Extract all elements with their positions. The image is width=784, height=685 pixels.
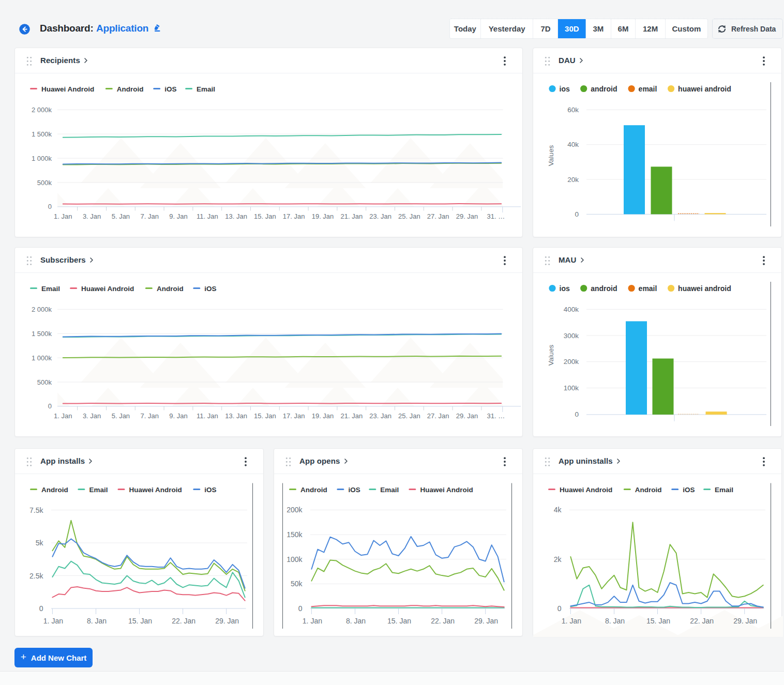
svg-text:iOS: iOS [204, 285, 216, 293]
svg-text:100k: 100k [564, 384, 579, 392]
svg-text:0: 0 [557, 604, 562, 613]
svg-text:2k: 2k [554, 555, 562, 564]
svg-text:5. Jan: 5. Jan [112, 212, 130, 220]
svg-text:0: 0 [48, 402, 52, 410]
svg-text:27. Jan: 27. Jan [427, 412, 449, 420]
svg-text:7. Jan: 7. Jan [140, 212, 158, 220]
svg-text:22. Jan: 22. Jan [172, 617, 195, 625]
svg-text:2 000k: 2 000k [32, 106, 52, 114]
svg-text:Android: Android [157, 285, 184, 293]
svg-text:Android: Android [117, 85, 144, 93]
svg-text:0: 0 [575, 410, 579, 418]
svg-text:Email: Email [41, 285, 60, 293]
svg-text:13. Jan: 13. Jan [225, 212, 247, 220]
svg-text:Email: Email [197, 85, 215, 93]
svg-text:0: 0 [48, 203, 52, 210]
svg-text:Android: Android [300, 486, 327, 494]
svg-text:19. Jan: 19. Jan [312, 212, 334, 220]
svg-text:13. Jan: 13. Jan [225, 412, 247, 420]
svg-text:0: 0 [39, 604, 43, 613]
svg-text:8. Jan: 8. Jan [605, 617, 625, 625]
svg-text:31. …: 31. … [487, 212, 505, 220]
svg-text:60k: 60k [567, 106, 579, 114]
svg-text:Android: Android [635, 486, 662, 494]
svg-text:15. Jan: 15. Jan [254, 212, 276, 220]
svg-text:9. Jan: 9. Jan [169, 412, 187, 420]
svg-text:1 500k: 1 500k [32, 330, 52, 338]
svg-text:7. Jan: 7. Jan [140, 412, 158, 420]
svg-text:400k: 400k [564, 306, 579, 313]
svg-text:huawei android: huawei android [678, 85, 731, 93]
svg-text:150k: 150k [287, 530, 303, 539]
svg-text:0: 0 [575, 210, 579, 218]
svg-text:29. Jan: 29. Jan [733, 617, 757, 625]
svg-text:email: email [639, 85, 657, 93]
svg-text:Huawei Android: Huawei Android [81, 285, 134, 293]
svg-text:7.5k: 7.5k [29, 506, 43, 514]
svg-text:15. Jan: 15. Jan [254, 412, 276, 420]
svg-text:29. Jan: 29. Jan [215, 617, 239, 625]
svg-text:1 000k: 1 000k [32, 155, 52, 162]
svg-text:2.5k: 2.5k [29, 572, 43, 580]
svg-text:31. …: 31. … [487, 412, 505, 420]
svg-text:15. Jan: 15. Jan [646, 617, 670, 625]
svg-text:21. Jan: 21. Jan [340, 212, 363, 220]
svg-text:50k: 50k [291, 580, 303, 588]
svg-text:2 000k: 2 000k [32, 306, 52, 313]
svg-text:3. Jan: 3. Jan [83, 212, 101, 220]
svg-text:17. Jan: 17. Jan [283, 412, 305, 420]
svg-text:23. Jan: 23. Jan [369, 212, 391, 220]
svg-text:Values: Values [547, 345, 555, 366]
svg-text:11. Jan: 11. Jan [197, 412, 218, 420]
svg-text:15. Jan: 15. Jan [128, 617, 152, 625]
svg-text:3. Jan: 3. Jan [83, 412, 101, 420]
svg-text:300k: 300k [564, 332, 579, 340]
svg-text:25. Jan: 25. Jan [398, 412, 420, 420]
svg-text:1 000k: 1 000k [32, 354, 52, 362]
svg-text:11. Jan: 11. Jan [197, 212, 218, 220]
svg-text:5. Jan: 5. Jan [112, 412, 130, 420]
svg-text:1 500k: 1 500k [32, 130, 52, 138]
svg-text:40k: 40k [567, 141, 579, 148]
svg-text:1. Jan: 1. Jan [562, 617, 581, 625]
svg-text:iOS: iOS [204, 486, 216, 494]
svg-text:17. Jan: 17. Jan [283, 212, 305, 220]
svg-text:29. Jan: 29. Jan [456, 212, 478, 220]
svg-text:22. Jan: 22. Jan [690, 617, 714, 625]
svg-text:19. Jan: 19. Jan [312, 412, 334, 420]
svg-text:android: android [591, 85, 617, 93]
svg-text:Huawei Android: Huawei Android [41, 85, 94, 93]
svg-text:8. Jan: 8. Jan [87, 617, 107, 625]
svg-text:1. Jan: 1. Jan [54, 212, 72, 220]
svg-text:iOS: iOS [683, 486, 695, 494]
svg-text:4k: 4k [554, 506, 562, 514]
svg-text:ios: ios [560, 284, 570, 293]
svg-text:Huawei Android: Huawei Android [560, 486, 612, 494]
svg-text:Email: Email [380, 486, 399, 494]
svg-text:1. Jan: 1. Jan [303, 617, 322, 625]
svg-text:200k: 200k [287, 506, 303, 514]
svg-text:huawei android: huawei android [678, 284, 731, 293]
svg-text:21. Jan: 21. Jan [340, 412, 363, 420]
svg-text:1. Jan: 1. Jan [43, 617, 63, 625]
svg-text:Values: Values [547, 145, 555, 166]
svg-text:100k: 100k [287, 555, 303, 564]
svg-text:22. Jan: 22. Jan [431, 617, 455, 625]
svg-text:iOS: iOS [164, 85, 176, 93]
svg-text:27. Jan: 27. Jan [427, 212, 449, 220]
svg-text:Huawei Android: Huawei Android [420, 486, 473, 494]
svg-text:Email: Email [715, 486, 733, 494]
svg-text:Android: Android [41, 486, 68, 494]
svg-text:email: email [639, 284, 657, 293]
svg-text:9. Jan: 9. Jan [169, 212, 187, 220]
svg-text:500k: 500k [37, 179, 52, 187]
svg-text:15. Jan: 15. Jan [387, 617, 411, 625]
svg-text:200k: 200k [564, 358, 579, 366]
svg-text:23. Jan: 23. Jan [369, 412, 391, 420]
svg-text:Huawei Android: Huawei Android [129, 486, 182, 494]
svg-text:ios: ios [560, 85, 570, 93]
svg-text:29. Jan: 29. Jan [474, 617, 498, 625]
svg-text:5k: 5k [36, 539, 44, 547]
svg-text:iOS: iOS [348, 486, 360, 494]
svg-text:20k: 20k [567, 176, 579, 184]
